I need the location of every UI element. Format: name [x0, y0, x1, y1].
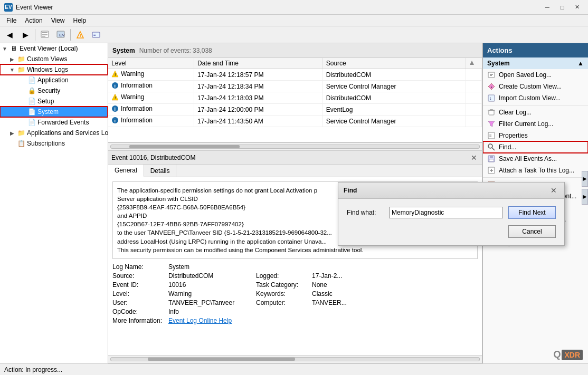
save-all-events-icon [487, 155, 496, 163]
action-create-custom-view[interactable]: ⬧ Create Custom View... [483, 81, 588, 92]
menu-action[interactable]: Action [21, 15, 46, 26]
table-row[interactable]: i Information 17-Jan-24 12:18:34 PM Serv… [108, 81, 482, 92]
prop-source-label: Source: [112, 272, 165, 280]
event-table-container[interactable]: Level Date and Time Source ! Warnin [108, 58, 482, 142]
level-warning-icon: ! Warning [111, 70, 144, 78]
table-row[interactable]: i Information 17-Jan-24 12:00:00 PM Even… [108, 104, 482, 116]
minimize-button[interactable]: ─ [540, 2, 554, 13]
tree-item-application[interactable]: 📄 Application [0, 75, 108, 85]
svg-text:≡: ≡ [93, 33, 96, 37]
label-security: Security [37, 87, 60, 94]
label-custom-views: Custom Views [27, 55, 67, 63]
toolbar-btn1[interactable] [37, 28, 52, 42]
find-dialog-close-button[interactable]: ✕ [548, 186, 559, 195]
prop-opcode-value: Info [168, 308, 253, 315]
tab-general[interactable]: General [108, 165, 144, 177]
menu-help[interactable]: Help [69, 15, 91, 26]
label-system: System [37, 108, 59, 116]
action-filter-current-log[interactable]: Filter Current Log... [483, 118, 588, 130]
toolbar-forward[interactable]: ▶ [18, 28, 33, 42]
find-what-input[interactable] [389, 207, 503, 218]
expand-arrow-bottom[interactable]: ▶ [582, 189, 588, 205]
event-list-name: System [112, 47, 135, 54]
svg-text:≡: ≡ [489, 133, 492, 138]
tab-details[interactable]: Details [144, 165, 177, 177]
prop-opcode-label: OpCode: [112, 308, 165, 315]
expand-event-viewer-local[interactable]: ▼ [1, 45, 8, 52]
col-date[interactable]: Date and Time [194, 58, 323, 69]
action-sep-1 [483, 105, 588, 105]
left-panel: ▼ 🖥 Event Viewer (Local) ▶ 📁 Custom View… [0, 43, 108, 363]
col-source[interactable]: Source [323, 58, 466, 69]
tree-item-setup[interactable]: 📄 Setup [0, 96, 108, 107]
svg-text:⬧: ⬧ [490, 85, 492, 89]
expand-custom-views[interactable]: ▶ [8, 55, 16, 63]
svg-text:↓: ↓ [489, 95, 492, 101]
window-title: Event Viewer [16, 4, 540, 11]
expand-apps-services[interactable]: ▶ [8, 129, 16, 137]
find-cancel-row: Cancel [347, 225, 556, 238]
action-save-all-events[interactable]: Save All Events As... [483, 153, 588, 165]
close-button[interactable]: ✕ [570, 2, 584, 13]
action-label-clear-log: Clear Log... [499, 109, 532, 116]
xdr-brand: XDR [562, 350, 583, 360]
action-find[interactable]: Find... [483, 141, 588, 153]
menu-view[interactable]: View [47, 15, 69, 26]
action-label-find: Find... [499, 143, 516, 151]
event-list-header: System Number of events: 33,038 [108, 43, 482, 58]
tree-item-event-viewer-local[interactable]: ▼ 🖥 Event Viewer (Local) [0, 43, 108, 54]
actions-header: Actions [483, 43, 588, 57]
svg-text:i: i [115, 83, 116, 89]
label-event-viewer-local: Event Viewer (Local) [20, 45, 78, 52]
section-header-system[interactable]: System ▲ [483, 57, 588, 69]
create-custom-view-icon: ⬧ [487, 82, 496, 91]
find-dialog-title-bar: Find ✕ [338, 182, 564, 199]
cell-level: i Information [108, 116, 194, 127]
tree-item-security[interactable]: 🔒 Security [0, 85, 108, 96]
filter-current-log-icon [487, 120, 496, 128]
action-label-attach-task: Attach a Task To this Log... [499, 167, 574, 174]
detail-close-button[interactable]: ✕ [469, 153, 479, 162]
action-properties[interactable]: ≡ Properties [483, 130, 588, 141]
find-cancel-button[interactable]: Cancel [508, 225, 556, 238]
cell-extra [466, 81, 481, 92]
cell-date: 17-Jan-24 11:43:50 AM [194, 116, 323, 127]
maximize-button[interactable]: □ [555, 2, 569, 13]
expand-windows-logs[interactable]: ▼ [8, 66, 16, 73]
action-import-custom-view[interactable]: ↓ Import Custom View... [483, 92, 588, 104]
toolbar-back[interactable]: ◀ [2, 28, 17, 42]
action-label-save-all-events: Save All Events As... [499, 155, 557, 162]
table-row[interactable]: i Information 17-Jan-24 11:43:50 AM Serv… [108, 116, 482, 127]
cell-date: 17-Jan-24 12:18:34 PM [194, 81, 323, 92]
level-info-icon: i Information [111, 117, 153, 124]
prop-eventid-value: 10016 [168, 281, 253, 289]
label-forwarded-events: Forwarded Events [37, 119, 89, 126]
table-row[interactable]: ! Warning 17-Jan-24 12:18:03 PM Distribu… [108, 92, 482, 104]
menu-file[interactable]: File [2, 15, 21, 26]
cell-source: Service Control Manager [323, 116, 466, 127]
action-label-filter-current-log: Filter Current Log... [499, 120, 553, 128]
toolbar-btn2[interactable]: EV [53, 28, 68, 42]
col-level[interactable]: Level [108, 58, 194, 69]
toolbar-btn4[interactable]: ≡ [89, 28, 103, 42]
find-next-button[interactable]: Find Next [508, 206, 556, 219]
prop-user-value: TANVEER_PC\Tanveer [168, 299, 253, 306]
tree-item-forwarded-events[interactable]: 📄 Forwarded Events [0, 117, 108, 128]
tree-item-subscriptions[interactable]: 📋 Subscriptions [0, 138, 108, 149]
action-clear-log[interactable]: Clear Log... [483, 107, 588, 118]
prop-logged-label [256, 263, 309, 271]
tree-item-custom-views[interactable]: ▶ 📁 Custom Views [0, 54, 108, 64]
toolbar-btn3[interactable]: ! [73, 28, 88, 42]
expand-arrow-top[interactable]: ▶ [582, 171, 588, 187]
action-open-saved-log[interactable]: Open Saved Log... [483, 69, 588, 81]
table-row[interactable]: ! Warning 17-Jan-24 12:18:57 PM Distribu… [108, 69, 482, 81]
expand-setup [19, 98, 26, 105]
h-scroll-area[interactable] [108, 142, 482, 151]
prop-moreinfo-link[interactable]: Event Log Online Help [168, 317, 253, 324]
bottom-h-scroll[interactable] [108, 355, 482, 363]
action-attach-task[interactable]: Attach a Task To this Log... [483, 165, 588, 176]
tree-item-windows-logs[interactable]: ▼ 📁 Windows Logs [0, 64, 108, 75]
expand-arrows: ▶ ▶ [582, 171, 588, 205]
tree-item-system[interactable]: 📄 System [0, 107, 108, 117]
tree-item-apps-services[interactable]: ▶ 📁 Applications and Services Lo... [0, 128, 108, 138]
